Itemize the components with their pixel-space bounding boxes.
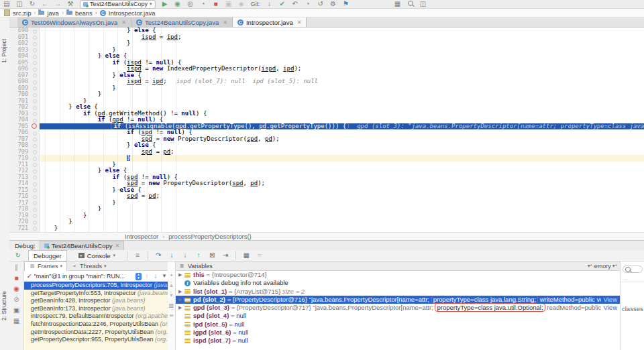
tool-window-button-structure[interactable]: 2: Structure	[1, 291, 7, 320]
code-line[interactable]: 692 }	[9, 40, 644, 47]
variable-row[interactable]: ▶pd (slot_2) = {PropertyDescriptor@716} …	[176, 296, 620, 304]
code-line[interactable]: 691 ispd = ipd;	[9, 34, 644, 41]
code-line[interactable]: 703 if (pd.getWriteMethod() != null) {	[9, 111, 644, 117]
profiler-icon[interactable]: ◔	[200, 1, 207, 7]
stack-frame[interactable]: fetchIntrospectionData:2246, PropertyUti…	[24, 320, 168, 329]
code-line[interactable]: 697 } else {	[9, 72, 644, 79]
gutter[interactable]	[31, 149, 40, 156]
save-all-icon[interactable]: ◫	[16, 1, 23, 7]
stop-icon[interactable]: ■	[213, 1, 219, 7]
gutter[interactable]	[31, 206, 40, 213]
memory-tab[interactable]: ▾* Memory ▾*	[588, 263, 620, 270]
gutter[interactable]	[31, 180, 40, 187]
stack-frame[interactable]: getPropertyDescriptor:955, PropertyUtils…	[24, 336, 168, 344]
code-line[interactable]: 717 }	[9, 200, 644, 207]
gutter[interactable]	[31, 200, 40, 207]
close-icon[interactable]: ✕	[223, 19, 227, 25]
view-breakpoints-icon[interactable]: ◉	[13, 286, 20, 292]
stop-icon[interactable]: ■	[13, 275, 20, 282]
code-line[interactable]: 698 ispd = ipd;ispd (slot_7): null ipd (…	[9, 78, 644, 85]
mute-breakpoints-icon[interactable]: ⊘	[13, 296, 20, 303]
move-up-icon[interactable]: ▲	[169, 282, 174, 289]
vcs-rollback-icon[interactable]: ↶	[292, 1, 299, 7]
previous-frame-icon[interactable]: ↑	[144, 273, 150, 280]
undo-icon[interactable]: ↺	[317, 1, 324, 7]
variable-row[interactable]: iVariables debug info not available	[176, 279, 620, 287]
vcs-commit-icon[interactable]: ✔	[279, 1, 286, 7]
gutter[interactable]	[31, 187, 40, 194]
gutter[interactable]	[31, 78, 40, 85]
code-line[interactable]: 705 if (isAssignable(gpd.getPropertyType…	[9, 123, 644, 130]
debug-tab-debugger[interactable]: Debugger	[28, 250, 67, 261]
code-line[interactable]: 693 }	[9, 47, 644, 54]
gutter[interactable]	[31, 27, 40, 34]
expand-arrow-icon[interactable]: ▶	[178, 296, 184, 304]
gutter[interactable]	[31, 91, 40, 98]
thread-selector[interactable]: ✓ "main"@1 in group "main": RUN... ▲▼ ↑ …	[24, 271, 168, 282]
gutter[interactable]	[31, 213, 40, 219]
code-line[interactable]: 696 ispd = new IndexedPropertyDescriptor…	[9, 66, 644, 72]
step-out-icon[interactable]: ↑	[195, 252, 202, 259]
run-config-select[interactable]: Test24BeanUtilsCopy ▾	[80, 0, 156, 9]
editor-tab[interactable]: CTest06WindowsAlwaysOn.java✕	[17, 17, 131, 27]
code-line[interactable]: 690 } else {	[9, 27, 644, 34]
code-editor[interactable]: 690 } else {691 ispd = ipd;692 }693 }694…	[9, 27, 644, 232]
gutter[interactable]	[31, 162, 40, 168]
view-link[interactable]: View	[604, 304, 617, 312]
code-line[interactable]: 707 spd = new PropertyDescriptor(spd, pd…	[9, 136, 644, 143]
code-line[interactable]: 716 spd = pd;	[9, 193, 644, 200]
run-to-cursor-icon[interactable]: ⇥	[222, 252, 229, 259]
gutter[interactable]	[31, 85, 40, 92]
search-icon[interactable]	[407, 1, 414, 7]
add-watch-icon[interactable]: +	[169, 272, 174, 279]
run-icon[interactable]: ▶	[162, 1, 168, 7]
tool-windows-icon[interactable]: ▦	[394, 1, 401, 7]
editor-tab[interactable]: CTest24BeanUtilsCopy.java✕	[131, 17, 233, 27]
force-step-into-icon[interactable]: ↓	[182, 252, 189, 259]
gutter[interactable]	[31, 34, 40, 41]
expand-arrow-icon[interactable]: ▶	[178, 304, 184, 312]
copy-stack-icon[interactable]: ▥	[169, 302, 174, 309]
code-line[interactable]: 718 }	[9, 206, 644, 213]
code-line[interactable]: 713 if (spd != null) {	[9, 174, 644, 181]
memory-search-input[interactable]	[623, 266, 643, 273]
breadcrumb-item[interactable]: java	[47, 9, 58, 17]
variable-row[interactable]: ▶gpd (slot_3) = {PropertyDescriptor@717}…	[176, 304, 620, 312]
gutter[interactable]	[31, 193, 40, 200]
evaluate-expression-icon[interactable]: ▦	[243, 252, 250, 259]
gutter[interactable]	[31, 117, 40, 123]
code-line[interactable]: 714 spd = new PropertyDescriptor(spd, pd…	[9, 180, 644, 187]
close-icon[interactable]: ✕	[121, 19, 126, 25]
breadcrumb-item[interactable]: beans	[75, 9, 93, 17]
code-line[interactable]: 702 } else {	[9, 104, 644, 111]
filter-funnel-icon[interactable]: ▼	[161, 273, 168, 280]
gutter[interactable]	[31, 40, 40, 47]
build-icon[interactable]: ⚒	[67, 1, 74, 7]
memory-toolbar[interactable]: ...	[621, 273, 644, 282]
gutter[interactable]	[31, 53, 40, 60]
stack-frame[interactable]: introspect:79, DefaultBeanIntrospector (…	[24, 312, 168, 320]
stack-frame[interactable]: getIntrospectionData:2227, PropertyUtils…	[24, 329, 168, 337]
pause-icon[interactable]: ∥	[13, 264, 20, 271]
vcs-update-icon[interactable]: ↓	[266, 1, 273, 7]
settings-icon[interactable]: ⚙	[330, 1, 337, 7]
variable-row[interactable]: igpd (slot_6) = null	[176, 329, 620, 337]
view-link[interactable]: View	[604, 296, 617, 304]
gutter[interactable]	[31, 174, 40, 181]
gutter[interactable]	[31, 66, 40, 72]
sync-icon[interactable]: ↻	[29, 1, 36, 7]
code-line[interactable]: 721 }	[9, 225, 644, 232]
events-icon[interactable]: ◈	[238, 1, 245, 7]
coverage-icon[interactable]: ◎	[187, 1, 194, 7]
gutter[interactable]	[31, 219, 40, 225]
gutter[interactable]	[31, 104, 40, 111]
step-into-icon[interactable]: ↓	[168, 252, 175, 259]
code-line[interactable]: 704 if (gpd != null) {	[9, 117, 644, 123]
breakpoint-icon[interactable]	[32, 123, 37, 129]
expand-arrow-icon[interactable]: ▶	[178, 288, 184, 296]
close-icon[interactable]: ✕	[297, 19, 302, 25]
debug-tab-console[interactable]: ▸Console ▾	[74, 251, 120, 261]
breadcrumb-item[interactable]: Introspector.java	[109, 9, 156, 17]
step-over-icon[interactable]: ↷	[155, 252, 162, 259]
close-icon[interactable]: ✕	[115, 243, 119, 249]
